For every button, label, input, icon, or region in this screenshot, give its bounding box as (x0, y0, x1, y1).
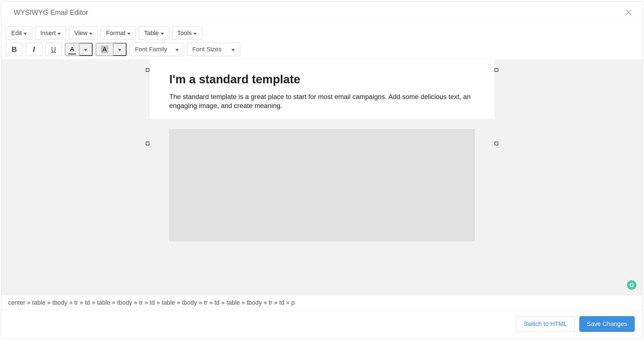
image-placeholder[interactable] (169, 129, 475, 241)
editor-modal: WYSIWYG Email Editor ✕ Edit Insert View … (1, 1, 643, 339)
menu-tools-label: Tools (177, 29, 192, 37)
bold-icon: B (12, 45, 17, 54)
caret-down-icon (161, 33, 164, 35)
menu-format[interactable]: Format (101, 26, 136, 40)
save-changes-button[interactable]: Save Changes (579, 316, 635, 332)
caret-down-icon (193, 33, 197, 35)
menu-format-label: Format (106, 29, 126, 37)
italic-icon: I (33, 45, 35, 54)
menu-tools[interactable]: Tools (172, 26, 202, 40)
menu-table[interactable]: Table (139, 26, 169, 40)
modal-title: WYSIWYG Email Editor (14, 8, 88, 17)
menu-row: Edit Insert View Format Table Tools (6, 26, 638, 40)
footer-actions: Switch to HTML Save Changes (1, 310, 643, 339)
caret-down-icon (24, 33, 27, 35)
grammarly-glyph: G (629, 282, 634, 288)
menu-insert[interactable]: Insert (35, 26, 66, 40)
formatting-row: B I U A A (6, 43, 638, 56)
font-sizes-label: Font Sizes (192, 46, 221, 53)
element-path-bar[interactable]: center » table » tbody » tr » td » table… (1, 295, 643, 310)
content-heading[interactable]: I'm a standard template (169, 73, 475, 86)
selection-handle-ml[interactable] (146, 142, 149, 145)
caret-down-icon (118, 49, 121, 51)
selection-handle-mr[interactable] (495, 142, 498, 145)
caret-down-icon (57, 33, 61, 35)
menu-view[interactable]: View (69, 26, 98, 40)
grammarly-icon[interactable]: G (627, 280, 636, 290)
italic-button[interactable]: I (26, 43, 42, 56)
text-color-icon: A (70, 45, 74, 54)
font-sizes-select[interactable]: Font Sizes (187, 43, 240, 56)
underline-icon: U (51, 45, 56, 53)
text-color-button[interactable]: A (65, 43, 79, 56)
underline-button[interactable]: U (45, 43, 62, 56)
menu-edit-label: Edit (11, 29, 22, 37)
text-block[interactable]: I'm a standard template The standard tem… (150, 60, 494, 119)
bold-button[interactable]: B (6, 43, 23, 56)
modal-header: WYSIWYG Email Editor ✕ (1, 1, 643, 24)
menu-view-label: View (74, 29, 87, 37)
canvas-wrap: I'm a standard template The standard tem… (150, 60, 494, 295)
bg-color-icon: A (101, 46, 108, 53)
selection-handle-tr[interactable] (495, 68, 498, 72)
toolbar: Edit Insert View Format Table Tools (1, 24, 643, 60)
text-color-split: A (65, 43, 93, 56)
caret-down-icon (127, 33, 131, 35)
bg-color-button[interactable]: A (96, 43, 113, 56)
text-color-dropdown[interactable] (79, 43, 92, 56)
caret-down-icon (175, 49, 179, 51)
font-family-select[interactable]: Font Family (129, 43, 184, 56)
menu-insert-label: Insert (40, 29, 56, 37)
menu-table-label: Table (144, 29, 159, 37)
caret-down-icon (89, 33, 92, 35)
font-family-label: Font Family (135, 46, 167, 53)
caret-down-icon (231, 49, 235, 51)
selection-handle-tl[interactable] (146, 68, 149, 72)
bg-color-split: A (96, 43, 127, 56)
close-icon[interactable]: ✕ (625, 8, 633, 17)
editor-canvas[interactable]: I'm a standard template The standard tem… (1, 60, 643, 295)
content-paragraph[interactable]: The standard template is a great place t… (169, 92, 475, 111)
bg-color-dropdown[interactable] (113, 43, 126, 56)
switch-to-html-button[interactable]: Switch to HTML (516, 316, 574, 332)
menu-edit[interactable]: Edit (6, 26, 32, 40)
caret-down-icon (84, 49, 87, 51)
